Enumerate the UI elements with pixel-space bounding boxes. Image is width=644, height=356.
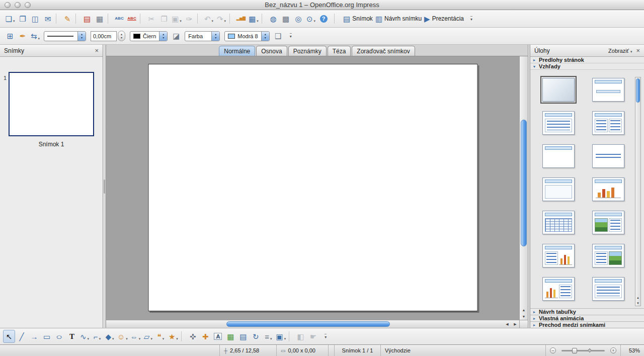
zoom-icon[interactable]: ⊙ ▾ [305,12,317,25]
minimize-button[interactable] [15,2,21,8]
gallery-icon[interactable]: ▤ [237,330,249,343]
horizontal-scrollbar-thumb[interactable] [226,321,390,327]
line-style-select[interactable] [44,31,86,41]
edit-points-tool[interactable]: ✜ [187,330,199,343]
toolbar-separator[interactable] [108,14,111,24]
redo-icon[interactable]: ↷ ▾ [215,12,227,25]
scroll-up-button[interactable] [520,307,528,313]
horizontal-scrollbar[interactable] [106,320,519,328]
layout-blank[interactable] [542,78,575,102]
section-predlohy-stranok[interactable]: ▸ Predlohy stránok [530,57,644,63]
navigator-icon[interactable]: ◎ [292,12,304,25]
fill-color-select[interactable]: Modrá 8 [224,31,269,41]
spellcheck-icon[interactable]: ABC [113,12,125,25]
toolbar-separator[interactable] [75,14,79,24]
zoom-in-button[interactable] [610,347,616,353]
insert-picture-icon[interactable]: ▦ [224,330,236,343]
toolbar-overflow-button[interactable]: ▾ [319,330,332,343]
export-pdf-icon[interactable]: ▤ [81,12,93,25]
arrange-icon[interactable]: ▣ ▾ [275,330,287,343]
tasks-view-menu[interactable]: Zobraziť [608,48,632,54]
scroll-right-button[interactable] [511,321,519,327]
line-width-spinner[interactable] [118,31,125,41]
scroll-up-button[interactable] [635,295,640,300]
alignment-icon[interactable]: ≡ ▾ [262,330,274,343]
table-icon[interactable]: ▦ ▾ [248,12,260,25]
zoom-slider-thumb[interactable] [572,348,577,353]
toolbar-separator[interactable] [181,331,185,341]
toolbar-separator[interactable] [197,14,201,24]
select-tool[interactable]: ↖ [3,330,15,343]
toolbar-separator[interactable] [262,14,265,24]
scroll-down-button[interactable] [520,313,528,320]
section-prechod-medzi-snimkami[interactable]: ▸ Prechod medzi snímkami [530,321,644,328]
tab-poznamky[interactable]: Poznámky [288,46,327,56]
layout-title-content-2[interactable] [592,277,624,301]
layout-title-text-chart[interactable] [542,244,575,268]
format-paintbrush-icon[interactable]: ✑ [183,12,195,25]
line-dialog-icon[interactable]: ✒ [17,30,29,43]
toolbar-overflow-button[interactable]: ▾ [465,12,477,25]
toolbar-separator[interactable] [289,331,292,341]
rectangle-tool[interactable]: ▭ [41,330,53,343]
toolbar-separator[interactable] [140,14,143,24]
undo-icon[interactable]: ↶ ▾ [203,12,215,25]
layout-title-spreadsheet[interactable] [542,211,575,234]
save-icon[interactable]: ◫ [29,12,41,25]
print-icon[interactable]: ▦ [94,12,106,25]
paste-icon[interactable]: ▣ ▾ [171,12,183,25]
scroll-down-button[interactable] [635,300,640,306]
help-icon[interactable]: ? [317,12,330,25]
zoom-out-button[interactable] [550,347,556,353]
hyperlink-icon[interactable]: ◍ [267,12,279,25]
layout-title-text-clipart[interactable] [592,244,624,268]
toolbar-separator[interactable] [334,14,338,24]
vertical-scrollbar[interactable] [519,56,528,320]
slides-panel-close-button[interactable]: × [95,47,99,54]
flowchart-tool[interactable]: ▱ ▾ [142,330,154,343]
cut-icon[interactable]: ✂ [145,12,157,25]
section-navrh-tabulky[interactable]: ▸ Návrh tabuľky [530,308,644,315]
line-style-stepper[interactable] [77,32,86,41]
layout-centered-text[interactable] [592,144,624,168]
rotate-tool[interactable]: ↻ [250,330,262,343]
slide-button[interactable]: ▤ Snímok [342,12,374,25]
zoom-slider[interactable] [561,350,605,351]
arrow-style-icon[interactable]: ⇆▾ [29,30,41,43]
text-tool[interactable]: T [66,330,78,343]
extrusion-icon[interactable]: ◧ [294,330,306,343]
presentation-button[interactable]: ▶ Prezentácia [423,12,465,25]
layouts-scrollbar[interactable] [635,77,641,306]
scroll-left-button[interactable] [503,321,511,327]
slide-canvas[interactable] [148,64,477,311]
tab-zoradovac-snimkov[interactable]: Zoraďovač snímkov [352,46,415,56]
arrow-tool[interactable]: → [28,330,40,343]
chart-icon[interactable]: ▂▅▇ [235,12,247,25]
layout-title-content-frame[interactable] [542,177,575,201]
autospellcheck-icon[interactable]: ABC [126,12,138,25]
slide-thumbnail[interactable] [9,72,94,136]
area-dialog-icon[interactable]: ◪ [170,30,182,43]
vertical-scrollbar-thumb[interactable] [521,120,527,246]
interaction-icon[interactable]: ☛ [307,330,319,343]
callouts-tool[interactable]: ❝ ▾ [154,330,167,343]
toolbar-separator[interactable] [56,14,59,24]
fill-color-stepper[interactable] [261,32,269,41]
fontwork-gallery-icon[interactable]: A [212,330,224,343]
line-width-input[interactable]: 0,00cm [91,31,117,41]
tab-osnova[interactable]: Osnova [256,46,287,56]
symbol-shapes-tool[interactable]: ☺ ▾ [116,330,129,343]
layout-title-two-content[interactable] [592,111,624,135]
basic-shapes-tool[interactable]: ◆ ▾ [104,330,116,343]
section-vzhlady[interactable]: ▾ Vzhľady [530,63,644,70]
fill-type-stepper[interactable] [211,32,219,41]
line-tool[interactable]: ╱ [16,330,28,343]
line-color-select[interactable]: Čiern [130,31,168,41]
email-icon[interactable]: ✉ [42,12,54,25]
block-arrows-tool[interactable]: ⇔ ▾ [129,330,142,343]
fill-type-select[interactable]: Farba [185,31,220,41]
glue-points-tool[interactable]: ✚ [199,330,211,343]
styles-icon[interactable]: ⊞ [4,30,16,43]
open-icon[interactable]: ❐ [17,12,29,25]
layout-title-chart-text[interactable] [542,277,575,301]
